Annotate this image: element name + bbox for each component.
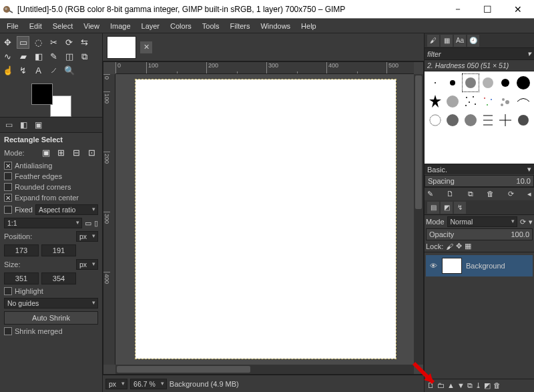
brush-item[interactable] bbox=[445, 93, 461, 110]
layer-thumbnail[interactable] bbox=[442, 258, 462, 274]
ruler-horizontal[interactable]: 0100200300400500600 bbox=[115, 62, 414, 74]
menu-colors[interactable]: Colors bbox=[165, 21, 197, 31]
size-unit-select[interactable]: px bbox=[76, 259, 98, 270]
brush-menu-icon[interactable]: ◂ bbox=[527, 190, 531, 198]
brush-item[interactable] bbox=[497, 74, 513, 91]
brush-item[interactable] bbox=[463, 93, 479, 110]
auto-shrink-button[interactable]: Auto Shrink bbox=[4, 311, 98, 325]
menu-windows[interactable]: Windows bbox=[255, 21, 296, 31]
rounded-checkbox[interactable] bbox=[4, 183, 12, 191]
gradient-tool-icon[interactable]: ◧ bbox=[32, 50, 45, 63]
image-thumbnail[interactable] bbox=[107, 36, 136, 59]
brush-item[interactable] bbox=[515, 93, 531, 110]
opacity-value[interactable]: 100.0 bbox=[511, 230, 529, 238]
tool-options-tab-icon[interactable]: ▭ bbox=[3, 119, 15, 131]
pencil-tool-icon[interactable]: ✎ bbox=[47, 50, 60, 63]
bucket-tool-icon[interactable]: ▰ bbox=[17, 50, 29, 63]
highlight-checkbox[interactable] bbox=[4, 287, 12, 295]
paths-tab-icon[interactable]: ↯ bbox=[454, 202, 466, 214]
brush-preset[interactable]: Basic. bbox=[427, 166, 447, 174]
brush-item[interactable] bbox=[515, 74, 531, 91]
lock-pixel-icon[interactable]: 🖌 bbox=[446, 242, 453, 250]
shrink-merged-checkbox[interactable] bbox=[4, 327, 12, 335]
brush-item[interactable] bbox=[480, 112, 496, 129]
refresh-brush-icon[interactable]: ⟳ bbox=[508, 190, 514, 198]
pos-x-field[interactable]: 173 bbox=[4, 244, 39, 256]
menu-file[interactable]: File bbox=[1, 21, 24, 31]
pos-y-field[interactable]: 191 bbox=[41, 244, 76, 256]
raise-layer-icon[interactable]: ▲ bbox=[447, 381, 455, 390]
fixed-checkbox[interactable] bbox=[4, 206, 12, 214]
new-group-icon[interactable]: 🗀 bbox=[437, 381, 445, 390]
rect-select-tool-icon[interactable]: ▭ bbox=[17, 36, 29, 49]
smudge-tool-icon[interactable]: ☝ bbox=[1, 64, 14, 77]
brush-item[interactable] bbox=[427, 74, 443, 91]
eraser-tool-icon[interactable]: ◫ bbox=[63, 50, 75, 63]
merge-layer-icon[interactable]: ⤓ bbox=[475, 381, 481, 390]
device-tab-icon[interactable]: ◧ bbox=[17, 119, 29, 131]
brush-item[interactable] bbox=[480, 93, 496, 110]
layer-name[interactable]: Background bbox=[466, 262, 505, 270]
menu-select[interactable]: Select bbox=[47, 21, 79, 31]
spacing-value[interactable]: 10.0 bbox=[517, 177, 531, 185]
fixed-select[interactable]: Aspect ratio bbox=[35, 204, 98, 215]
mode-add-icon[interactable]: ⊞ bbox=[55, 146, 67, 159]
maximize-button[interactable]: ☐ bbox=[473, 0, 503, 18]
lock-pos-icon[interactable]: ✥ bbox=[456, 242, 462, 250]
chevron-down-icon[interactable]: ▾ bbox=[527, 49, 531, 58]
size-h-field[interactable]: 354 bbox=[41, 272, 76, 284]
guides-select[interactable]: No guides bbox=[4, 298, 98, 309]
rotate-tool-icon[interactable]: ⟳ bbox=[63, 36, 75, 49]
menu-filters[interactable]: Filters bbox=[225, 21, 256, 31]
crop-tool-icon[interactable]: ✂ bbox=[47, 36, 60, 49]
new-layer-icon[interactable]: 🗋 bbox=[427, 381, 435, 390]
delete-brush-icon[interactable]: 🗑 bbox=[487, 190, 494, 198]
picker-tool-icon[interactable]: ⟋ bbox=[47, 64, 60, 77]
minimize-button[interactable]: － bbox=[443, 0, 473, 18]
antialiasing-checkbox[interactable] bbox=[4, 162, 12, 170]
edit-brush-icon[interactable]: ✎ bbox=[427, 190, 433, 198]
brush-item[interactable] bbox=[427, 112, 443, 129]
brush-item[interactable] bbox=[480, 74, 496, 91]
menu-view[interactable]: View bbox=[78, 21, 105, 31]
brush-item[interactable] bbox=[427, 93, 443, 110]
visibility-icon[interactable]: 👁 bbox=[429, 262, 438, 270]
scrollbar-horizontal[interactable] bbox=[115, 365, 414, 374]
feather-checkbox[interactable] bbox=[4, 172, 12, 180]
free-select-tool-icon[interactable]: ◌ bbox=[32, 36, 45, 49]
warp-tool-icon[interactable]: ∿ bbox=[1, 50, 14, 63]
brush-item[interactable] bbox=[515, 112, 531, 129]
brush-item[interactable] bbox=[463, 74, 479, 91]
mode-sub-icon[interactable]: ⊟ bbox=[70, 146, 83, 159]
image-tab-icon[interactable]: ▣ bbox=[32, 119, 44, 131]
brush-item[interactable] bbox=[445, 74, 461, 91]
mode-intersect-icon[interactable]: ⊡ bbox=[85, 146, 98, 159]
background-color[interactable] bbox=[50, 95, 71, 117]
portrait-icon[interactable]: ▯ bbox=[94, 219, 98, 228]
scrollbar-vertical[interactable] bbox=[414, 74, 423, 365]
chevron-down-icon[interactable]: ▾ bbox=[529, 218, 533, 226]
brush-item[interactable] bbox=[497, 93, 513, 110]
zoom-tool-icon[interactable]: 🔍 bbox=[63, 64, 75, 77]
text-tool-icon[interactable]: A bbox=[32, 64, 45, 77]
close-image-icon[interactable]: ✕ bbox=[140, 41, 152, 53]
mode-replace-icon[interactable]: ▣ bbox=[39, 146, 52, 159]
patterns-tab-icon[interactable]: ▦ bbox=[441, 35, 453, 47]
menu-layer[interactable]: Layer bbox=[136, 21, 166, 31]
flip-tool-icon[interactable]: ⇆ bbox=[78, 36, 91, 49]
color-swatch[interactable] bbox=[31, 83, 71, 117]
menu-help[interactable]: Help bbox=[296, 21, 322, 31]
dup-brush-icon[interactable]: ⧉ bbox=[468, 190, 473, 198]
menu-image[interactable]: Image bbox=[105, 21, 136, 31]
move-tool-icon[interactable]: ✥ bbox=[1, 36, 14, 49]
menu-tools[interactable]: Tools bbox=[197, 21, 225, 31]
lower-layer-icon[interactable]: ▼ bbox=[457, 381, 465, 390]
brushes-tab-icon[interactable]: 🖌 bbox=[427, 35, 439, 47]
layers-tab-icon[interactable]: ▤ bbox=[427, 202, 439, 214]
history-tab-icon[interactable]: 🕘 bbox=[467, 35, 479, 47]
clone-tool-icon[interactable]: ⧉ bbox=[78, 50, 91, 63]
path-tool-icon[interactable]: ↯ bbox=[17, 64, 29, 77]
lock-alpha-icon[interactable]: ▦ bbox=[465, 242, 471, 250]
expand-checkbox[interactable] bbox=[4, 194, 12, 202]
close-button[interactable]: ✕ bbox=[503, 0, 533, 18]
